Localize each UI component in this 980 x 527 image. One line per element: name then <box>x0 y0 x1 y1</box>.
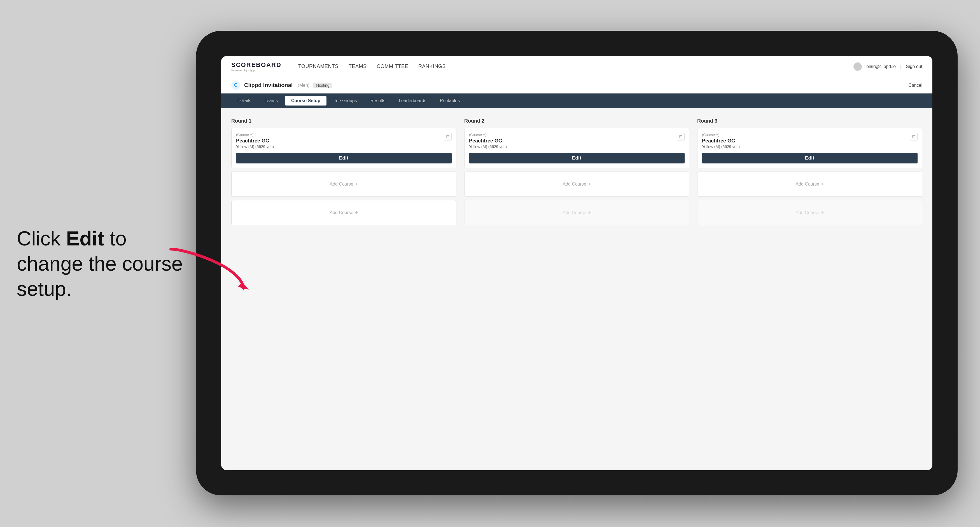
card-header-r2: (Course A) Peachtree GC Yellow (M) (6629… <box>469 133 685 153</box>
nav-rankings[interactable]: RANKINGS <box>418 63 446 70</box>
card-header: (Course A) Peachtree GC Yellow (M) (6629… <box>236 133 452 153</box>
tab-bar: Details Teams Course Setup Tee Groups Re… <box>221 94 932 108</box>
tournament-gender: (Men) <box>298 83 309 88</box>
card-info: (Course A) Peachtree GC Yellow (M) (6629… <box>236 133 444 153</box>
course-name: Peachtree GC <box>236 138 444 144</box>
sub-header-left: C Clippd Invitational (Men) Hosting <box>231 81 332 90</box>
tournament-name: Clippd Invitational <box>244 82 293 89</box>
card-header-r3: (Course A) Peachtree GC Yellow (M) (6629… <box>702 133 918 153</box>
round-3-column: Round 3 (Course A) Peachtree GC Yellow (… <box>697 118 922 229</box>
plus-icon: + <box>355 181 358 187</box>
add-course-round-2-slot-2: Add Course + <box>464 200 689 225</box>
course-details-r3: Yellow (M) (6629 yds) <box>702 144 910 149</box>
tab-tee-groups[interactable]: Tee Groups <box>328 96 363 105</box>
sign-out-link[interactable]: Sign out <box>906 64 922 69</box>
round-3-course-card: (Course A) Peachtree GC Yellow (M) (6629… <box>697 128 922 168</box>
plus-icon-2: + <box>355 210 358 216</box>
nav-separator: | <box>900 64 901 69</box>
tab-details[interactable]: Details <box>231 96 257 105</box>
add-course-round-1-slot-1[interactable]: Add Course + <box>231 171 457 197</box>
round-2-title: Round 2 <box>464 118 689 124</box>
tab-leaderboards[interactable]: Leaderboards <box>393 96 433 105</box>
user-email: blair@clippd.io <box>866 64 896 69</box>
add-course-text-r3: Add Course <box>795 182 819 187</box>
edit-round-2-button[interactable]: Edit <box>469 153 685 163</box>
nav-teams[interactable]: TEAMS <box>348 63 367 70</box>
rounds-grid: Round 1 (Course A) Peachtree GC Yellow (… <box>231 118 922 229</box>
plus-icon-r3: + <box>821 181 824 187</box>
add-course-round-3-slot-2: Add Course + <box>697 200 922 225</box>
card-info-r3: (Course A) Peachtree GC Yellow (M) (6629… <box>702 133 910 153</box>
tab-printables[interactable]: Printables <box>434 96 466 105</box>
add-course-text-2: Add Course <box>329 210 353 215</box>
tablet-frame: SCOREBOARD Powered by clippd TOURNAMENTS… <box>196 31 958 495</box>
tab-results[interactable]: Results <box>364 96 391 105</box>
add-course-text: Add Course <box>329 182 353 187</box>
add-course-text-r3-2: Add Course <box>795 210 819 215</box>
hosting-badge: Hosting <box>313 83 332 88</box>
add-course-round-1-slot-2[interactable]: Add Course + <box>231 200 457 225</box>
course-name-r3: Peachtree GC <box>702 138 910 144</box>
logo-subtitle: Powered by clippd <box>231 68 282 72</box>
course-label-r3: (Course A) <box>702 133 910 137</box>
round-2-column: Round 2 (Course A) Peachtree GC Yellow (… <box>464 118 689 229</box>
card-info-r2: (Course A) Peachtree GC Yellow (M) (6629… <box>469 133 677 153</box>
tablet-screen: SCOREBOARD Powered by clippd TOURNAMENTS… <box>221 56 932 470</box>
top-nav: SCOREBOARD Powered by clippd TOURNAMENTS… <box>221 56 932 77</box>
plus-icon-r2: + <box>588 181 591 187</box>
user-avatar <box>853 62 862 71</box>
plus-icon-r3-2: + <box>821 210 824 216</box>
course-details-r2: Yellow (M) (6629 yds) <box>469 144 677 149</box>
round-1-course-card: (Course A) Peachtree GC Yellow (M) (6629… <box>231 128 457 168</box>
delete-course-r2-button[interactable]: ⊟ <box>677 133 685 141</box>
add-course-text-r2: Add Course <box>563 182 586 187</box>
plus-icon-r2-2: + <box>588 210 591 216</box>
edit-round-1-button[interactable]: Edit <box>236 153 452 163</box>
nav-tournaments[interactable]: TOURNAMENTS <box>298 63 339 70</box>
nav-right: blair@clippd.io | Sign out <box>853 62 922 71</box>
nav-committee[interactable]: COMMITTEE <box>377 63 409 70</box>
cancel-button[interactable]: Cancel <box>908 83 922 88</box>
round-1-title: Round 1 <box>231 118 457 124</box>
round-1-column: Round 1 (Course A) Peachtree GC Yellow (… <box>231 118 457 229</box>
scoreboard-logo: SCOREBOARD <box>231 61 282 68</box>
clippd-logo-icon: C <box>231 81 240 90</box>
round-2-course-card: (Course A) Peachtree GC Yellow (M) (6629… <box>464 128 689 168</box>
tab-teams[interactable]: Teams <box>258 96 284 105</box>
delete-course-button[interactable]: ⊟ <box>444 133 452 141</box>
edit-round-3-button[interactable]: Edit <box>702 153 918 163</box>
main-content: Round 1 (Course A) Peachtree GC Yellow (… <box>221 108 932 470</box>
course-name-r2: Peachtree GC <box>469 138 677 144</box>
scene: Click Edit to change the course setup. S… <box>0 0 980 527</box>
add-course-round-2-slot-1[interactable]: Add Course + <box>464 171 689 197</box>
tab-course-setup[interactable]: Course Setup <box>285 96 326 105</box>
add-course-round-3-slot-1[interactable]: Add Course + <box>697 171 922 197</box>
arrow-container <box>162 243 252 295</box>
logo-area: SCOREBOARD Powered by clippd <box>231 61 282 72</box>
course-label: (Course A) <box>236 133 444 137</box>
course-label-r2: (Course A) <box>469 133 677 137</box>
sub-header: C Clippd Invitational (Men) Hosting Canc… <box>221 77 932 94</box>
round-3-title: Round 3 <box>697 118 922 124</box>
add-course-text-r2-2: Add Course <box>563 210 586 215</box>
nav-links: TOURNAMENTS TEAMS COMMITTEE RANKINGS <box>298 63 842 70</box>
delete-course-r3-button[interactable]: ⊟ <box>910 133 918 141</box>
course-details: Yellow (M) (6629 yds) <box>236 144 444 149</box>
